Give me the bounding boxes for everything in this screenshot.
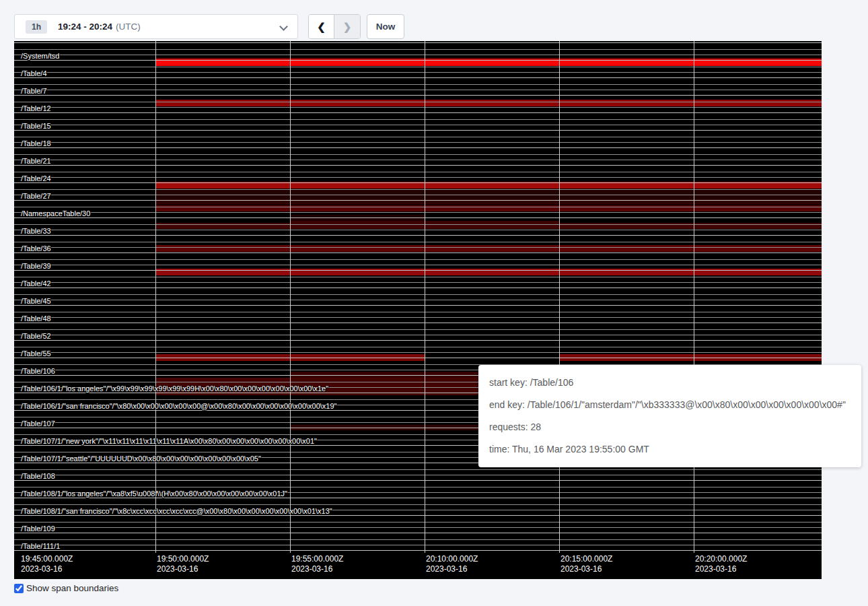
span-boundary-line [14,282,822,283]
span-boundary-line [14,102,822,102]
axis-date-label: 2023-03-16 [560,564,602,574]
span-label: /Table/108/1/"los angeles"/"\xa8\xf5\u00… [21,489,287,498]
axis-time-label: 20:20:00.000Z [695,554,747,564]
span-boundary-line [14,55,822,55]
axis-time-label: 20:10:00.000Z [426,554,478,564]
span-label: /Table/27 [21,191,51,201]
span-boundary-line [14,323,822,323]
span-boundary-line [14,235,822,236]
span-boundary-line [14,527,822,528]
span-tooltip: start key: /Table/106 end key: /Table/10… [478,365,861,467]
toolbar: 1h 19:24 - 20:24 (UTC) ❮ ❯ Now [0,0,868,41]
span-boundary-line [14,67,822,67]
span-label: /Table/12 [21,104,51,113]
span-boundary-line [14,340,822,341]
span-label: /Table/55 [21,349,51,358]
span-boundary-line [14,90,822,90]
span-label: /Table/21 [21,156,51,166]
span-boundary-line [14,165,822,166]
span-label: /Table/24 [21,174,51,183]
span-boundary-line [14,329,822,330]
span-boundary-line [14,270,822,271]
span-boundary-line [14,252,822,253]
span-label: /NamespaceTable/30 [21,209,90,218]
span-boundary-line [14,195,822,195]
span-boundary-line [14,119,822,120]
span-label: /Table/39 [21,261,51,271]
previous-range-button[interactable]: ❮ [309,15,334,38]
time-nav-group: ❮ ❯ [308,14,361,39]
span-boundary-line [14,112,822,113]
span-label: /Table/108 [21,471,55,481]
span-boundary-line [14,77,822,78]
span-boundary-line [14,207,822,207]
time-range-timezone: (UTC) [116,22,141,32]
span-label: /System/tsd [21,51,59,61]
span-boundary-line [14,475,822,475]
span-boundary-line [14,230,822,230]
span-boundary-line [14,147,822,148]
span-boundary-line [14,305,822,306]
span-boundary-line [14,550,822,551]
time-range-preset-badge: 1h [26,20,47,34]
span-label: /Table/111/1 [21,541,60,551]
tooltip-requests: requests: 28 [489,421,851,434]
span-boundary-line [14,522,822,523]
time-gridline [425,41,425,553]
axis-date-label: 2023-03-16 [157,564,198,574]
span-boundary-line [14,72,822,73]
heat-band[interactable] [155,245,822,252]
axis-date-label: 2023-03-16 [21,564,62,574]
chevron-left-icon: ❮ [317,21,326,33]
span-boundary-line [14,224,822,225]
span-label: /Table/15 [21,121,51,131]
span-label: /Table/33 [21,226,51,236]
span-boundary-line [14,358,822,358]
key-visualizer-canvas[interactable]: /System/tsd/Table/4/Table/7/Table/12/Tab… [14,41,822,579]
time-gridline [694,41,694,553]
span-boundary-line [14,42,822,43]
span-boundary-line [14,480,822,481]
next-range-button-disabled[interactable]: ❯ [334,15,360,38]
span-boundary-line [14,247,822,248]
span-boundary-line [14,172,822,172]
span-boundary-line [14,200,822,201]
span-boundary-line [14,95,822,96]
span-boundary-line [14,539,822,540]
span-label: /Table/42 [21,279,51,288]
span-boundary-line [14,352,822,353]
time-range-selector[interactable]: 1h 19:24 - 20:24 (UTC) [14,14,298,39]
tooltip-end-key: end key: /Table/106/1/"amsterdam"/"\xb33… [489,399,851,411]
span-boundary-line [14,300,822,300]
span-boundary-line [14,312,822,312]
span-boundary-line [14,154,822,155]
axis-time-label: 19:50:00.000Z [157,554,209,564]
span-boundary-line [14,189,822,190]
axis-time-label: 19:55:00.000Z [291,554,343,564]
time-gridline [290,41,291,553]
span-boundary-line [14,160,822,160]
span-label: /Table/4 [21,69,47,78]
span-boundary-line [14,259,822,260]
show-span-boundaries-checkbox[interactable] [14,584,24,593]
span-boundary-line [14,60,822,61]
span-boundary-line [14,130,822,131]
span-boundary-line [14,469,822,470]
span-boundary-line [14,49,822,50]
axis-date-label: 2023-03-16 [695,564,736,574]
span-label: /Table/106 [21,366,55,376]
show-span-boundaries-label[interactable]: Show span boundaries [26,583,118,593]
tooltip-time: time: Thu, 16 Mar 2023 19:55:00 GMT [489,443,851,456]
span-label: /Table/18 [21,139,51,148]
span-boundary-line [14,533,822,533]
now-button[interactable]: Now [367,14,404,39]
span-boundary-line [14,277,822,277]
span-boundary-line [14,84,822,85]
span-label: /Table/107/1/"seattle"/"UUUUUUD\x00\x80\… [21,454,261,463]
tooltip-start-key: start key: /Table/106 [489,376,851,389]
span-boundary-line [14,288,822,288]
time-range-text: 19:24 - 20:24 [58,22,112,32]
span-boundary-line [14,294,822,295]
span-boundary-line [14,212,822,213]
heat-band[interactable] [155,100,822,106]
